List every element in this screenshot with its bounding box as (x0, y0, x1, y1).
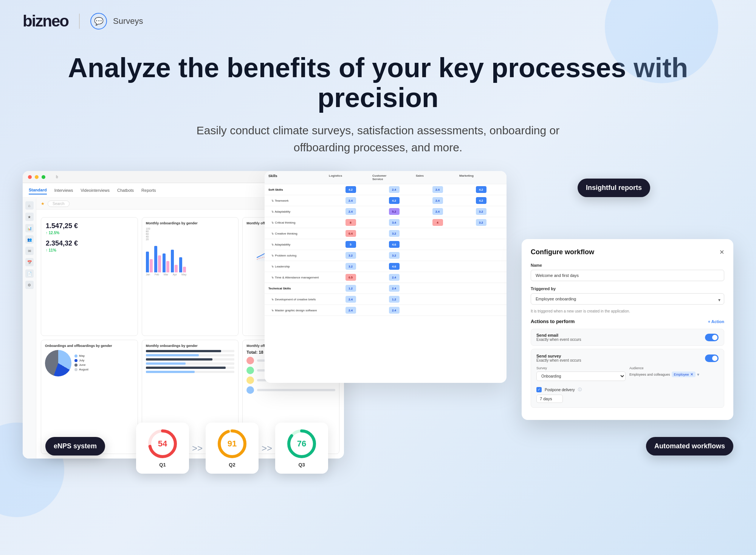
legend-june: June (74, 363, 88, 367)
avatar-1 (246, 357, 254, 364)
close-button[interactable]: ✕ (719, 249, 724, 256)
sidebar-mail[interactable]: ✉ (25, 247, 34, 255)
enps-q1-label: Q1 (144, 462, 181, 468)
legend-label-june: June (79, 363, 85, 367)
name-input[interactable] (531, 270, 724, 281)
sidebar-calendar[interactable]: 📅 (25, 258, 34, 266)
enps-tooltip-label: eNPS system (54, 442, 97, 450)
actions-row: Actions to perform + Action (531, 319, 724, 324)
bar-track-6 (146, 371, 235, 373)
postpone-days-input[interactable] (536, 395, 563, 403)
skill-name-soft-skills: Soft Skills (268, 188, 329, 191)
bar-group-may (179, 257, 186, 272)
skill-row-creative-briefs: ↳ Development of creative briefs 2.4 1.2 (265, 294, 507, 305)
enps-q1-value: 54 (158, 439, 167, 449)
workflow-title-row: Configure workflow ✕ (531, 248, 724, 256)
chip-crit-cs: 3.4 (389, 219, 400, 226)
bar-pink-mar (166, 261, 169, 272)
nav-reports[interactable]: Reports (141, 187, 156, 194)
legend-may: May (74, 354, 88, 358)
sidebar-doc[interactable]: 📄 (25, 269, 34, 278)
bar-chart-1 (146, 242, 235, 272)
dot-yellow (35, 175, 39, 179)
survey-fields: Survey Onboarding Audience Employees and… (536, 366, 719, 383)
survey-field-group: Survey Onboarding (536, 366, 626, 383)
enps-q2-label: Q2 (213, 462, 251, 468)
triggered-select-wrapper: Employee onboarding ▾ (531, 293, 724, 307)
tag-remove-icon[interactable]: ✕ (690, 372, 693, 376)
sidebar-star[interactable]: ★ (25, 213, 34, 221)
survey-action-timing: Exactly when event occurs (536, 358, 581, 362)
info-icon: ⓘ (578, 387, 582, 392)
bar-row-2 (146, 354, 235, 356)
legend-dot-may (74, 354, 77, 358)
sidebar-chart[interactable]: 📊 (25, 224, 34, 232)
skill-name-adaptability: ↳ Adaptability (268, 210, 329, 213)
nav-interviews[interactable]: Interviews (54, 187, 73, 194)
hero-subtitle: Easily conduct climate surveys, satisfac… (38, 122, 718, 156)
chip-a2-cs: 4.6 (389, 241, 400, 248)
skill-name-critical: ↳ Critical thinking (268, 221, 329, 224)
chip-team-mkt: 4.2 (476, 197, 486, 204)
chip-team-cs: 4.2 (389, 197, 400, 204)
automated-tooltip: Automated workflows (646, 437, 733, 456)
search-placeholder[interactable]: Search (48, 201, 70, 207)
add-action-button[interactable]: + Action (708, 319, 724, 324)
chip-crit-mkt: 3.2 (476, 219, 486, 226)
dept-logistics: Logistics (329, 174, 372, 181)
survey-action-row: Send survey Exactly when event occurs (536, 354, 719, 362)
survey-select-wrapper: Onboarding (536, 372, 626, 381)
chip-soft-log: 4.2 (345, 186, 356, 193)
skill-row-creative: ↳ Creative thinking 0.4 3.2 (265, 228, 507, 239)
send-survey-action: Send survey Exactly when event occurs Su… (531, 349, 724, 408)
product-name: Surveys (113, 16, 143, 26)
employee-tag: Employee ✕ (672, 372, 696, 377)
nav-standard[interactable]: Standard (29, 186, 47, 194)
bar-pink-apr (175, 265, 178, 272)
bar-row-4 (146, 362, 235, 365)
bar-track-3 (146, 358, 235, 361)
bar-track-4 (146, 362, 235, 365)
name-label: Name (531, 263, 724, 267)
audience-expand-icon[interactable]: ▾ (697, 372, 699, 377)
skill-row-problem: ↳ Problem solving 3.2 3.2 (265, 250, 507, 261)
header: bizneo 💬 Surveys (0, 0, 756, 30)
sidebar-home[interactable]: ⌂ (25, 201, 34, 210)
metric-change-2: ↑ 11% (46, 248, 133, 252)
chip-crit-sales: 4 (432, 219, 443, 226)
skill-name-problem: ↳ Problem solving (268, 254, 329, 257)
skill-row-time: ↳ Time & Attendance management 0.5 2.4 (265, 272, 507, 283)
skill-name-creative: ↳ Creative thinking (268, 232, 329, 235)
skill-row-adaptability2: ↳ Adaptability 5 4.6 (265, 239, 507, 250)
dept-marketing: Marketing (459, 174, 503, 181)
survey-action-name: Send survey (536, 354, 581, 358)
triggered-select[interactable]: Employee onboarding (531, 293, 724, 305)
chip-creat-log: 0.4 (345, 230, 356, 237)
nav-videointerviews[interactable]: Videointerviews (81, 187, 110, 194)
sidebar-people[interactable]: 👥 (25, 235, 34, 244)
skill-name-time: ↳ Time & Attendance management (268, 276, 329, 279)
nav-chatbots[interactable]: Chatbots (117, 187, 134, 194)
skill-row-adaptability: ↳ Adaptability 2.4 5.2 2.4 3.2 (265, 206, 507, 217)
skill-name-creative-briefs: ↳ Development of creative briefs (268, 298, 329, 301)
insightful-reports-tooltip: Insightful reports (578, 179, 650, 197)
bar-fill-5 (146, 367, 226, 369)
skills-title: Skills (268, 174, 329, 181)
skill-row-technical: Technical Skills 1.2 2.4 (265, 283, 507, 294)
skills-card: Skills Logistics CustomerService Sales M… (265, 171, 507, 383)
postpone-checkbox[interactable]: ✓ (536, 387, 542, 392)
survey-select[interactable]: Onboarding (536, 372, 626, 381)
email-toggle[interactable] (705, 334, 719, 341)
legend-label-august: August (79, 368, 88, 371)
logo-text: bizneo (23, 12, 68, 30)
sidebar-gear[interactable]: ⚙ (25, 281, 34, 289)
bar-group-mar (163, 253, 169, 272)
chip-lead-cs: 4.6 (389, 263, 400, 270)
survey-toggle[interactable] (705, 354, 719, 362)
chip-tech-log: 1.2 (345, 285, 356, 292)
chip-adapt-mkt: 3.2 (476, 208, 486, 215)
chip-adapt-sales: 2.4 (432, 208, 443, 215)
surveys-icon: 💬 (90, 13, 107, 30)
legend-dot-july (74, 359, 77, 362)
metric-value-1: 1.547,25 € (46, 222, 133, 230)
